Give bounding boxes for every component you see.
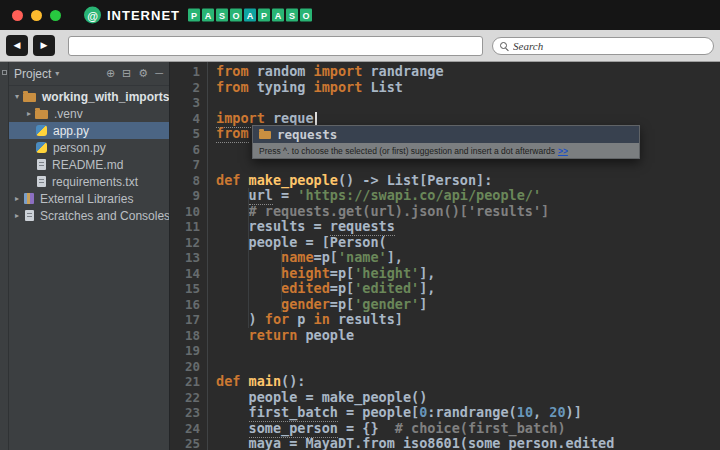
tree-item-readme-md[interactable]: README.md [9, 156, 169, 173]
code-line[interactable]: from typing import List [216, 80, 720, 96]
close-window-button[interactable] [12, 10, 23, 21]
back-button[interactable]: ◀ [6, 35, 28, 56]
line-number[interactable]: 8 [170, 173, 200, 189]
code-token: 'gender' [354, 296, 419, 312]
minimize-window-button[interactable] [31, 10, 42, 21]
code-editor: 1234567891011121314151617181920212223242… [170, 62, 720, 450]
code-line[interactable]: edited=p['edited'], [216, 281, 720, 297]
code-line[interactable]: results = requests [216, 219, 720, 235]
tool-window-icon[interactable] [2, 70, 7, 75]
line-number[interactable]: 16 [170, 297, 200, 313]
line-number[interactable]: 2 [170, 80, 200, 96]
address-bar[interactable] [68, 36, 483, 56]
tree-item-label: External Libraries [40, 192, 133, 206]
line-number[interactable]: 15 [170, 281, 200, 297]
expand-chevron-icon[interactable]: ▸ [12, 194, 22, 203]
code-line[interactable]: some_person = {} # choice(first_batch) [216, 421, 720, 437]
code-line[interactable]: name=p['name'], [216, 250, 720, 266]
code-line[interactable]: gender=p['gender'] [216, 297, 720, 313]
ide-main: Project ▾ ⊕⊟⚙─ ▾working_with_importssou▸… [0, 62, 720, 450]
code-line[interactable]: people = make_people() [216, 390, 720, 406]
code-line[interactable] [216, 95, 720, 111]
code-line[interactable]: first_batch = people[0:randrange(10, 20)… [216, 405, 720, 421]
tree-item-external-libraries[interactable]: ▸External Libraries [9, 190, 169, 207]
code-line[interactable]: def make_people() -> List[Person]: [216, 173, 720, 189]
code-line[interactable] [216, 157, 720, 173]
line-number[interactable]: 13 [170, 250, 200, 266]
tree-item-app-py[interactable]: app.py [9, 122, 169, 139]
code-token: def [216, 172, 249, 188]
locate-icon[interactable]: ⊕ [106, 68, 115, 79]
code-line[interactable]: ) for p in results] [216, 312, 720, 328]
code-line[interactable]: def main(): [216, 374, 720, 390]
code-token: ], [387, 249, 403, 265]
logo-letter-box: O [230, 9, 242, 22]
code-line[interactable] [216, 359, 720, 375]
code-line[interactable]: people = [Person( [216, 235, 720, 251]
forward-button[interactable]: ▶ [33, 35, 55, 56]
code-token: import [314, 63, 363, 79]
code-line[interactable] [216, 343, 720, 359]
code-token: (): [281, 373, 305, 389]
code-line[interactable]: maya = MayaDT.from_iso8601(some_person.e… [216, 436, 720, 450]
code-token: results = [216, 218, 330, 234]
tree-item-working-with-imports[interactable]: ▾working_with_importssou [9, 88, 169, 105]
line-number[interactable]: 12 [170, 235, 200, 251]
line-number[interactable]: 3 [170, 95, 200, 111]
line-number[interactable]: 18 [170, 328, 200, 344]
code-token: from [216, 125, 249, 143]
search-box[interactable] [492, 37, 714, 55]
line-number[interactable]: 22 [170, 390, 200, 406]
code-token: # requests.get(url).json()['results'] [249, 203, 550, 219]
line-number[interactable]: 23 [170, 405, 200, 421]
logo-letter-box: P [188, 9, 200, 22]
line-number[interactable]: 21 [170, 374, 200, 390]
expand-chevron-icon[interactable]: ▸ [12, 211, 22, 220]
hint-more-link[interactable]: >> [558, 144, 568, 158]
completion-item[interactable]: requests [253, 126, 639, 143]
expand-chevron-icon[interactable]: ▸ [24, 109, 34, 118]
line-number[interactable]: 1 [170, 64, 200, 80]
code-line[interactable]: height=p['height'], [216, 266, 720, 282]
search-input[interactable] [513, 40, 709, 52]
line-number[interactable]: 20 [170, 359, 200, 375]
code-token: =p[ [330, 280, 354, 296]
code-token: ], [419, 280, 435, 296]
line-number[interactable]: 9 [170, 188, 200, 204]
scratch-icon [25, 210, 34, 221]
chevron-down-icon[interactable]: ▾ [55, 69, 59, 78]
settings-icon[interactable]: ⚙ [138, 68, 148, 79]
line-number[interactable]: 25 [170, 436, 200, 450]
code-token: import [314, 79, 363, 95]
code-token: people = [Person( [216, 234, 387, 250]
line-number[interactable]: 14 [170, 266, 200, 282]
code-line[interactable]: from random import randrange [216, 64, 720, 80]
tree-item--venv[interactable]: ▸.venv [9, 105, 169, 122]
code-token: ], [419, 265, 435, 281]
line-number[interactable]: 4 [170, 111, 200, 127]
code-line[interactable]: import reque [216, 111, 720, 127]
tree-item-scratches-and-consoles[interactable]: ▸Scratches and Consoles [9, 207, 169, 224]
panel-title[interactable]: Project [14, 67, 51, 81]
file-txt-icon [37, 176, 46, 187]
code-line[interactable]: # requests.get(url).json()['results'] [216, 204, 720, 220]
hide-panel-icon[interactable]: ─ [155, 68, 163, 79]
line-number[interactable]: 6 [170, 142, 200, 158]
expand-chevron-icon[interactable]: ▾ [12, 92, 22, 101]
line-number[interactable]: 11 [170, 219, 200, 235]
code-token: 'https://swapi.co/api/people/' [297, 187, 541, 203]
line-number[interactable]: 17 [170, 312, 200, 328]
line-number[interactable]: 10 [170, 204, 200, 220]
line-number[interactable]: 7 [170, 157, 200, 173]
code-area[interactable]: from random import randrangefrom typing … [208, 62, 720, 450]
line-number[interactable]: 5 [170, 126, 200, 142]
code-line[interactable]: url = 'https://swapi.co/api/people/' [216, 188, 720, 204]
collapse-all-icon[interactable]: ⊟ [122, 68, 131, 79]
line-number[interactable]: 19 [170, 343, 200, 359]
package-icon [259, 131, 271, 139]
zoom-window-button[interactable] [50, 10, 61, 21]
line-number[interactable]: 24 [170, 421, 200, 437]
code-line[interactable]: return people [216, 328, 720, 344]
tree-item-requirements-txt[interactable]: requirements.txt [9, 173, 169, 190]
tree-item-person-py[interactable]: person.py [9, 139, 169, 156]
